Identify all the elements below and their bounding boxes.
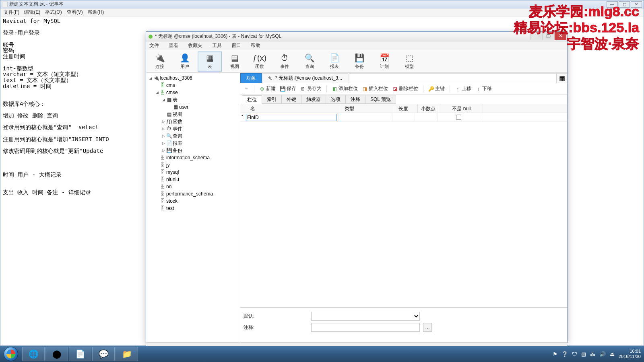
field-type-cell[interactable] <box>339 113 392 121</box>
field-length-cell[interactable] <box>392 113 415 121</box>
toolbar-查询[interactable]: 🔍查询 <box>297 51 322 72</box>
taskbar-obs[interactable]: ⬤ <box>45 347 68 361</box>
notnull-checkbox[interactable] <box>456 115 461 120</box>
toolbar-备份[interactable]: 💾备份 <box>347 51 372 72</box>
default-select[interactable] <box>311 312 420 321</box>
tray-network-icon[interactable]: 🖧 <box>590 351 595 357</box>
toolbar-用户[interactable]: 👤用户 <box>173 51 197 72</box>
col-length[interactable]: 长度 <box>395 104 418 113</box>
grid-empty <box>240 122 567 307</box>
design-tab-触发器[interactable]: 触发器 <box>301 95 326 104</box>
toolbar-事件[interactable]: ⏱事件 <box>272 51 297 72</box>
save-button[interactable]: 💾保存 <box>280 85 296 92</box>
col-name[interactable]: 名 <box>247 104 341 113</box>
menu-view[interactable]: 查看 <box>169 42 178 49</box>
taskbar-wechat[interactable]: 💬 <box>92 347 115 361</box>
tree-item-performance_schema[interactable]: 🗄performance_schema <box>146 190 240 197</box>
menu-file[interactable]: 文件(F) <box>2 8 21 16</box>
tray-shield-icon[interactable]: 🛡 <box>572 351 577 357</box>
field-decimals-cell[interactable] <box>415 113 438 121</box>
tree-item-备份[interactable]: ▷💾备份 <box>146 147 240 154</box>
toolbar-视图[interactable]: ▤视图 <box>223 51 247 72</box>
menu-view[interactable]: 查看(V) <box>65 8 85 16</box>
navicat-title: * 无标题 @cmse (localhost_3306) - 表 - Navic… <box>155 33 281 40</box>
menu-edit[interactable]: 编辑(E) <box>23 8 42 16</box>
comment-input[interactable] <box>311 323 420 332</box>
menu-format[interactable]: 格式(O) <box>43 8 63 16</box>
field-name-input[interactable] <box>246 114 336 121</box>
用户-icon: 👤 <box>179 53 190 63</box>
delete-field-button[interactable]: ◪删除栏位 <box>392 85 418 92</box>
tab-overflow-icon[interactable]: ▦ <box>557 73 567 83</box>
taskbar-explorer[interactable]: 📁 <box>116 347 138 361</box>
tray-flag-icon[interactable]: ⚑ <box>553 351 557 357</box>
save-icon: 💾 <box>280 86 285 92</box>
col-decimals[interactable]: 小数点 <box>418 104 440 113</box>
事件-icon: ⏱ <box>279 53 290 63</box>
tree-item-报表[interactable]: ▷📄报表 <box>146 140 240 147</box>
row-marker: • <box>240 113 244 121</box>
col-type[interactable]: 类型 <box>341 104 395 113</box>
menu-help[interactable]: 帮助(H) <box>86 8 106 16</box>
grid-row[interactable]: • <box>240 113 567 122</box>
tree-item-事件[interactable]: ▷⏱事件 <box>146 125 240 132</box>
tree-item-查询[interactable]: ▷🔍查询 <box>146 132 240 140</box>
comment-more-button[interactable]: … <box>423 323 432 332</box>
toolbar-函数[interactable]: ƒ(x)函数 <box>248 51 272 72</box>
connection-tree[interactable]: ◢🔌localhost_3306🗄cms◢🗄cmse◢▦表▦user▤视图▷ƒ(… <box>146 73 240 342</box>
move-up-button[interactable]: ↑上移 <box>455 85 471 92</box>
tree-item-information_schema[interactable]: 🗄information_schema <box>146 154 240 161</box>
tree-item-函数[interactable]: ▷ƒ()函数 <box>146 118 240 125</box>
navicat-titlebar[interactable]: * 无标题 @cmse (localhost_3306) - 表 - Navic… <box>146 32 567 41</box>
design-tab-选项[interactable]: 选项 <box>326 95 346 104</box>
design-tab-SQL 预览[interactable]: SQL 预览 <box>365 95 396 104</box>
toolbar-连接[interactable]: 🔌连接 <box>148 51 172 72</box>
saveas-button[interactable]: 🗎另存为 <box>300 85 322 92</box>
menu-fav[interactable]: 收藏夹 <box>188 42 202 49</box>
tree-item-stock[interactable]: 🗄stock <box>146 197 240 205</box>
tab-spacer <box>349 73 557 83</box>
start-button[interactable] <box>0 346 22 362</box>
tray-nvidia-icon[interactable]: ▧ <box>581 351 586 357</box>
tree-item-视图[interactable]: ▤视图 <box>146 111 240 118</box>
tree-item-nn[interactable]: 🗄nn <box>146 183 240 190</box>
toolbar-表[interactable]: ▦表 <box>198 51 222 72</box>
tray-help-icon[interactable]: ❔ <box>561 351 568 357</box>
tree-item-niuniu[interactable]: 🗄niuniu <box>146 176 240 183</box>
tab-designer[interactable]: ✎ * 无标题 @cmse (localhost_3... <box>262 73 348 83</box>
tree-item-localhost_3306[interactable]: ◢🔌localhost_3306 <box>146 74 240 82</box>
toolbar-报表[interactable]: 📄报表 <box>322 51 347 72</box>
field-notnull-cell[interactable] <box>438 113 480 121</box>
tree-item-cms[interactable]: 🗄cms <box>146 82 240 89</box>
taskbar-chrome[interactable]: 🌐 <box>22 347 45 361</box>
move-down-button[interactable]: ↓下移 <box>475 85 492 92</box>
tree-item-user[interactable]: ▦user <box>146 103 240 111</box>
tree-item-test[interactable]: 🗄test <box>146 205 240 212</box>
design-tab-索引[interactable]: 索引 <box>262 95 282 104</box>
menu-window[interactable]: 窗口 <box>231 42 241 49</box>
tab-objects[interactable]: 对象 <box>240 73 262 83</box>
taskbar-clock[interactable]: 16:01 2016/11/30 <box>619 349 641 359</box>
system-tray[interactable]: ⚑ ❔ 🛡 ▧ 🖧 🔊 ⏏ 16:01 2016/11/30 <box>553 349 644 359</box>
tree-item-cmse[interactable]: ◢🗄cmse <box>146 89 240 96</box>
menu-tools[interactable]: 工具 <box>212 42 222 49</box>
menu-help[interactable]: 帮助 <box>251 42 260 49</box>
tray-safe-remove-icon[interactable]: ⏏ <box>610 351 615 357</box>
toolbar-模型[interactable]: ⬚模型 <box>397 51 421 72</box>
toolbar-计划[interactable]: 📅计划 <box>372 51 396 72</box>
tree-item-mysql[interactable]: 🗄mysql <box>146 169 240 176</box>
primary-key-button[interactable]: 🔑主键 <box>428 85 445 92</box>
col-notnull[interactable]: 不是 null <box>440 104 483 113</box>
tree-item-表[interactable]: ◢▦表 <box>146 96 240 103</box>
design-tab-外键[interactable]: 外键 <box>281 95 301 104</box>
tree-item-jy[interactable]: 🗄jy <box>146 161 240 169</box>
hamburger-menu[interactable]: ≡ <box>244 86 249 92</box>
menu-file[interactable]: 文件 <box>149 42 159 49</box>
taskbar-notepad[interactable]: 📄 <box>69 347 91 361</box>
design-tab-栏位[interactable]: 栏位 <box>242 95 262 104</box>
new-button[interactable]: ⊕新建 <box>259 85 276 92</box>
insert-field-button[interactable]: ◨插入栏位 <box>362 85 388 92</box>
add-field-button[interactable]: ◧添加栏位 <box>332 85 358 92</box>
tray-volume-icon[interactable]: 🔊 <box>599 351 606 357</box>
design-tab-注释[interactable]: 注释 <box>345 95 365 104</box>
